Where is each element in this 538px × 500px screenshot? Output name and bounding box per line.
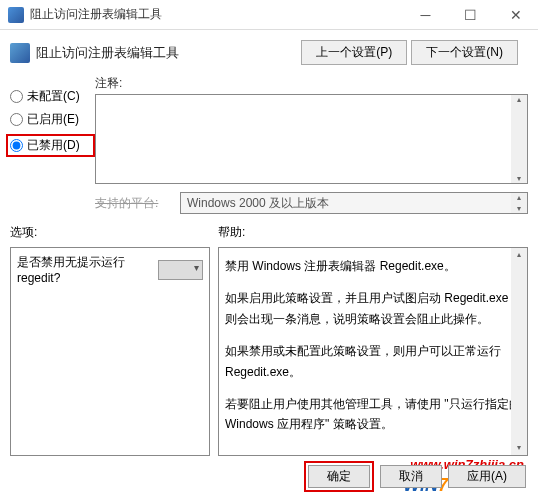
option-dropdown[interactable] [158, 260, 203, 280]
options-label: 选项: [10, 224, 210, 241]
highlight-disabled: 已禁用(D) [6, 134, 95, 157]
help-p4: 若要阻止用户使用其他管理工具，请使用 "只运行指定的 Windows 应用程序"… [225, 394, 521, 435]
platform-label: 支持的平台: [95, 195, 180, 212]
platform-box: Windows 2000 及以上版本 ▴▾ [180, 192, 528, 214]
policy-icon [10, 43, 30, 63]
help-p2: 如果启用此策略设置，并且用户试图启动 Regedit.exe，则会出现一条消息，… [225, 288, 521, 329]
comment-textarea[interactable]: ▴▾ [95, 94, 528, 184]
footer-buttons: 确定 取消 应用(A) [304, 461, 526, 492]
window-controls: ─ ☐ ✕ [403, 0, 538, 30]
ok-button[interactable]: 确定 [308, 465, 370, 488]
state-radio-group: 未配置(C) 已启用(E) 已禁用(D) [10, 88, 95, 157]
comment-label: 注释: [95, 76, 122, 90]
window-title: 阻止访问注册表编辑工具 [30, 6, 403, 23]
help-label: 帮助: [218, 224, 528, 241]
close-button[interactable]: ✕ [493, 0, 538, 30]
titlebar: 阻止访问注册表编辑工具 ─ ☐ ✕ [0, 0, 538, 30]
prev-setting-button[interactable]: 上一个设置(P) [301, 40, 407, 65]
radio-disabled-label: 已禁用(D) [27, 137, 80, 154]
options-panel: 是否禁用无提示运行 regedit? [10, 247, 210, 456]
radio-enabled-input[interactable] [10, 113, 23, 126]
apply-button[interactable]: 应用(A) [448, 465, 526, 488]
toolbar: 阻止访问注册表编辑工具 上一个设置(P) 下一个设置(N) [0, 30, 538, 75]
radio-enabled[interactable]: 已启用(E) [10, 111, 95, 128]
radio-not-configured[interactable]: 未配置(C) [10, 88, 95, 105]
option-question: 是否禁用无提示运行 regedit? [17, 254, 154, 285]
platform-scrollbar[interactable]: ▴▾ [511, 193, 527, 213]
radio-not-configured-label: 未配置(C) [27, 88, 80, 105]
help-scrollbar[interactable]: ▴▾ [511, 248, 527, 455]
highlight-ok: 确定 [304, 461, 374, 492]
policy-title: 阻止访问注册表编辑工具 [36, 44, 301, 62]
app-icon [8, 7, 24, 23]
platform-value: Windows 2000 及以上版本 [187, 196, 329, 210]
radio-not-configured-input[interactable] [10, 90, 23, 103]
cancel-button[interactable]: 取消 [380, 465, 442, 488]
help-p3: 如果禁用或未配置此策略设置，则用户可以正常运行 Regedit.exe。 [225, 341, 521, 382]
minimize-button[interactable]: ─ [403, 0, 448, 30]
maximize-button[interactable]: ☐ [448, 0, 493, 30]
radio-disabled[interactable]: 已禁用(D) [10, 137, 91, 154]
comment-scrollbar[interactable]: ▴▾ [511, 95, 527, 183]
radio-disabled-input[interactable] [10, 139, 23, 152]
next-setting-button[interactable]: 下一个设置(N) [411, 40, 518, 65]
help-panel: 禁用 Windows 注册表编辑器 Regedit.exe。 如果启用此策略设置… [218, 247, 528, 456]
help-p1: 禁用 Windows 注册表编辑器 Regedit.exe。 [225, 256, 521, 276]
radio-enabled-label: 已启用(E) [27, 111, 79, 128]
